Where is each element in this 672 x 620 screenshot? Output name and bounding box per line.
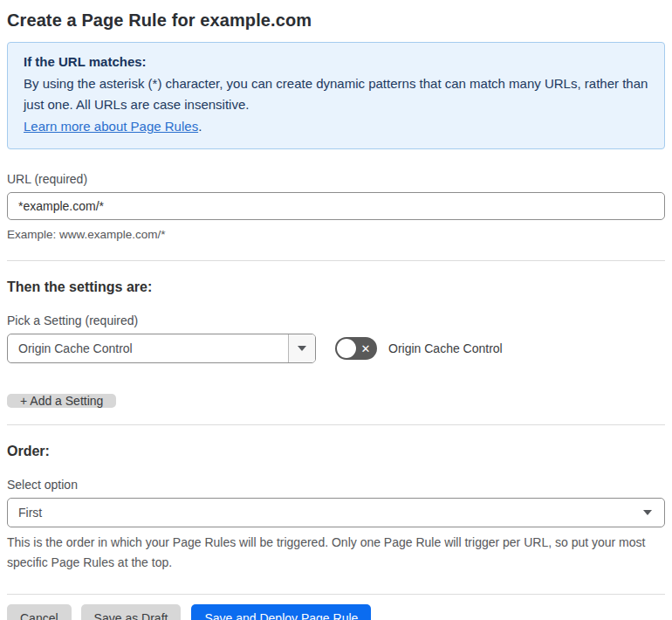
create-page-rule-form: Create a Page Rule for example.com If th… bbox=[0, 0, 672, 620]
toggle-knob bbox=[337, 339, 356, 358]
setting-select[interactable]: Origin Cache Control bbox=[7, 334, 316, 363]
setting-row: Origin Cache Control ✕ Origin Cache Cont… bbox=[7, 334, 665, 363]
order-select-label: Select option bbox=[7, 478, 665, 493]
settings-section-heading: Then the settings are: bbox=[7, 279, 665, 296]
chevron-down-icon bbox=[643, 510, 652, 515]
link-period: . bbox=[198, 119, 202, 134]
toggle-label: Origin Cache Control bbox=[388, 341, 503, 355]
url-match-info-box: If the URL matches: By using the asteris… bbox=[7, 42, 665, 149]
setting-field-group: Pick a Setting (required) Origin Cache C… bbox=[7, 313, 665, 363]
toggle-off-x-icon: ✕ bbox=[356, 343, 377, 355]
save-as-draft-button[interactable]: Save as Draft bbox=[81, 604, 182, 620]
learn-more-link[interactable]: Learn more about Page Rules bbox=[24, 119, 198, 134]
divider bbox=[7, 594, 665, 595]
url-example-text: Example: www.example.com/* bbox=[7, 226, 665, 244]
setting-select-value: Origin Cache Control bbox=[8, 334, 288, 362]
info-box-link-line: Learn more about Page Rules. bbox=[24, 116, 648, 137]
pick-setting-label: Pick a Setting (required) bbox=[7, 313, 665, 328]
url-field-group: URL (required) Example: www.example.com/… bbox=[7, 172, 665, 244]
cancel-button[interactable]: Cancel bbox=[7, 604, 72, 620]
info-box-body: By using the asterisk (*) character, you… bbox=[24, 73, 648, 115]
chevron-down-icon bbox=[298, 346, 306, 351]
add-setting-button[interactable]: + Add a Setting bbox=[7, 394, 116, 408]
order-help-text: This is the order in which your Page Rul… bbox=[7, 533, 665, 573]
page-title: Create a Page Rule for example.com bbox=[7, 9, 665, 31]
save-and-deploy-button[interactable]: Save and Deploy Page Rule bbox=[191, 604, 371, 620]
url-input[interactable] bbox=[7, 192, 665, 220]
info-box-heading: If the URL matches: bbox=[24, 52, 648, 72]
url-field-label: URL (required) bbox=[7, 172, 665, 187]
order-section-heading: Order: bbox=[7, 443, 665, 460]
divider bbox=[7, 260, 665, 261]
order-select-value: First bbox=[8, 499, 643, 527]
setting-select-arrow-button[interactable] bbox=[288, 334, 315, 362]
order-select[interactable]: First bbox=[7, 498, 665, 527]
order-field-group: Select option First This is the order in… bbox=[7, 478, 665, 573]
divider bbox=[7, 424, 665, 425]
order-select-arrow bbox=[643, 499, 664, 527]
footer-actions: Cancel Save as Draft Save and Deploy Pag… bbox=[7, 604, 665, 620]
origin-cache-control-toggle[interactable]: ✕ bbox=[335, 337, 377, 360]
